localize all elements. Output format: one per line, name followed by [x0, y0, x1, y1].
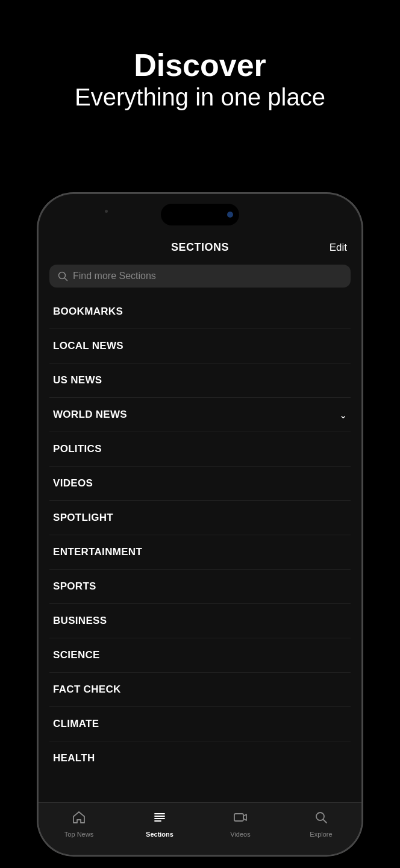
tab-label-explore: Explore	[310, 831, 332, 838]
tab-label-sections: Sections	[146, 831, 173, 838]
indicator-dot	[105, 210, 108, 213]
section-item-bookmarks[interactable]: BOOKMARKS	[49, 295, 351, 329]
nav-header: SECTIONS Edit	[39, 235, 361, 260]
search-bar[interactable]: Find more Sections	[49, 265, 351, 288]
section-label-us-news: US NEWS	[53, 374, 102, 386]
tab-label-videos: Videos	[230, 831, 250, 838]
section-label-climate: CLIMATE	[53, 718, 99, 730]
phone-frame: SECTIONS Edit Find more Sections BOOKMAR…	[37, 193, 363, 856]
section-label-local-news: LOCAL NEWS	[53, 340, 123, 352]
section-label-entertainment: ENTERTAINMENT	[53, 546, 142, 558]
svg-line-1	[64, 278, 67, 281]
list-icon	[152, 810, 167, 828]
section-item-videos[interactable]: VIDEOS	[49, 467, 351, 501]
discover-title: Discover	[0, 48, 400, 83]
sections-nav-title: SECTIONS	[171, 241, 229, 254]
section-label-videos: VIDEOS	[53, 477, 93, 489]
chevron-down-icon: ⌄	[339, 409, 347, 421]
search-input[interactable]: Find more Sections	[73, 271, 156, 281]
section-item-health[interactable]: HEALTH	[49, 741, 351, 775]
section-label-sports: SPORTS	[53, 580, 96, 593]
tab-label-top-news: Top News	[64, 831, 93, 838]
section-label-bookmarks: BOOKMARKS	[53, 306, 123, 318]
search-icon	[314, 810, 328, 828]
section-label-world-news: WORLD NEWS	[53, 409, 127, 421]
tab-bar: Top NewsSectionsVideosExplore	[39, 802, 361, 855]
page-tagline: Everything in one place	[0, 83, 400, 112]
section-item-spotlight[interactable]: SPOTLIGHT	[49, 501, 351, 535]
section-item-climate[interactable]: CLIMATE	[49, 707, 351, 741]
section-item-world-news[interactable]: WORLD NEWS⌄	[49, 398, 351, 432]
dynamic-island	[161, 204, 239, 225]
svg-line-8	[323, 820, 327, 823]
section-label-spotlight: SPOTLIGHT	[53, 512, 113, 524]
section-item-us-news[interactable]: US NEWS	[49, 363, 351, 398]
section-label-business: BUSINESS	[53, 615, 107, 627]
power-button[interactable]	[361, 351, 363, 405]
section-label-health: HEALTH	[53, 752, 95, 764]
tab-top-news[interactable]: Top News	[39, 810, 119, 838]
section-item-politics[interactable]: POLITICS	[49, 432, 351, 467]
home-icon	[72, 810, 86, 828]
svg-rect-6	[234, 814, 243, 821]
sections-list: BOOKMARKSLOCAL NEWSUS NEWSWORLD NEWS⌄POL…	[39, 295, 361, 802]
tab-explore[interactable]: Explore	[281, 810, 361, 838]
section-label-science: SCIENCE	[53, 649, 100, 661]
section-label-fact-check: FACT CHECK	[53, 684, 121, 696]
camera-dot	[227, 212, 233, 218]
phone-screen: SECTIONS Edit Find more Sections BOOKMAR…	[39, 194, 361, 855]
page-header: Discover Everything in one place	[0, 0, 400, 136]
video-icon	[233, 810, 248, 828]
section-item-entertainment[interactable]: ENTERTAINMENT	[49, 535, 351, 570]
edit-button[interactable]: Edit	[330, 242, 347, 254]
section-item-business[interactable]: BUSINESS	[49, 604, 351, 638]
tab-sections[interactable]: Sections	[119, 810, 200, 838]
section-item-sports[interactable]: SPORTS	[49, 570, 351, 604]
section-label-politics: POLITICS	[53, 443, 102, 455]
section-item-fact-check[interactable]: FACT CHECK	[49, 673, 351, 707]
section-item-local-news[interactable]: LOCAL NEWS	[49, 329, 351, 363]
search-icon	[58, 271, 68, 281]
section-item-science[interactable]: SCIENCE	[49, 638, 351, 673]
tab-videos[interactable]: Videos	[200, 810, 281, 838]
